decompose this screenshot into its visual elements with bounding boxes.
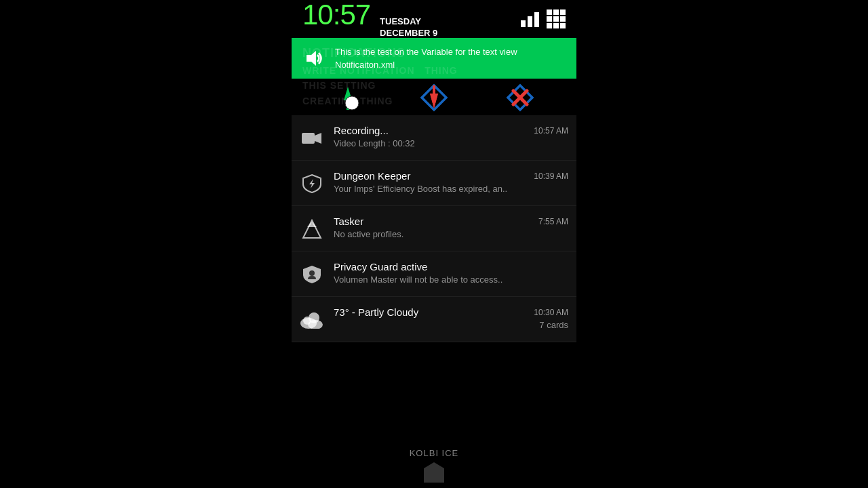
close-action-icon[interactable] (501, 79, 539, 117)
dungeon-keeper-icon (300, 171, 324, 196)
icon-action-row (292, 73, 576, 122)
notif-content-dungeon-keeper: Dungeon Keeper 10:39 AM Your Imps' Effic… (334, 170, 568, 195)
notif-item-weather[interactable]: 73° - Partly Cloudy 10:30 AM 7 cards (292, 297, 576, 342)
svg-point-5 (345, 96, 359, 110)
svg-point-15 (309, 270, 315, 276)
svg-rect-10 (302, 133, 315, 144)
svg-rect-2 (534, 12, 539, 27)
svg-marker-12 (309, 179, 315, 188)
svg-point-19 (309, 312, 319, 323)
weather-cards: 7 cards (334, 320, 568, 331)
svg-rect-0 (521, 20, 526, 27)
notif-item-recording[interactable]: Recording... 10:57 AM Video Length : 00:… (292, 115, 576, 161)
tasker-icon (300, 217, 324, 241)
signal-icon (521, 11, 540, 27)
download-action-icon[interactable] (415, 79, 453, 117)
notif-item-tasker[interactable]: Tasker 7:55 AM No active profiles. (292, 206, 576, 251)
bottom-bar: KOLBI ICE (292, 448, 576, 488)
svg-rect-1 (528, 16, 532, 27)
cloud-icon (300, 308, 324, 332)
upload-action-icon[interactable] (329, 79, 367, 117)
notif-content-tasker: Tasker 7:55 AM No active profiles. (334, 216, 568, 241)
home-button[interactable] (424, 462, 444, 483)
status-icons (521, 9, 566, 28)
video-icon (300, 126, 324, 150)
privacy-guard-icon (300, 262, 324, 287)
notif-item-dungeon-keeper[interactable]: Dungeon Keeper 10:39 AM Your Imps' Effic… (292, 161, 576, 206)
carrier-name: KOLBI ICE (410, 448, 459, 458)
status-bar: 10:57 TUESDAY DECEMBER 9 (292, 0, 576, 38)
notif-content-recording: Recording... 10:57 AM Video Length : 00:… (334, 125, 568, 150)
notifications-list: Recording... 10:57 AM Video Length : 00:… (292, 115, 576, 342)
svg-marker-14 (307, 222, 317, 227)
grid-icon (547, 9, 566, 28)
date-display: TUESDAY DECEMBER 9 (380, 16, 437, 39)
svg-marker-11 (315, 133, 321, 144)
clock-time: 10:57 (302, 0, 370, 31)
notif-content-weather: 73° - Partly Cloudy 10:30 AM 7 cards (334, 306, 568, 331)
notif-content-privacy-guard: Privacy Guard active Volumen Master will… (334, 261, 568, 286)
notif-item-privacy-guard[interactable]: Privacy Guard active Volumen Master will… (292, 251, 576, 297)
